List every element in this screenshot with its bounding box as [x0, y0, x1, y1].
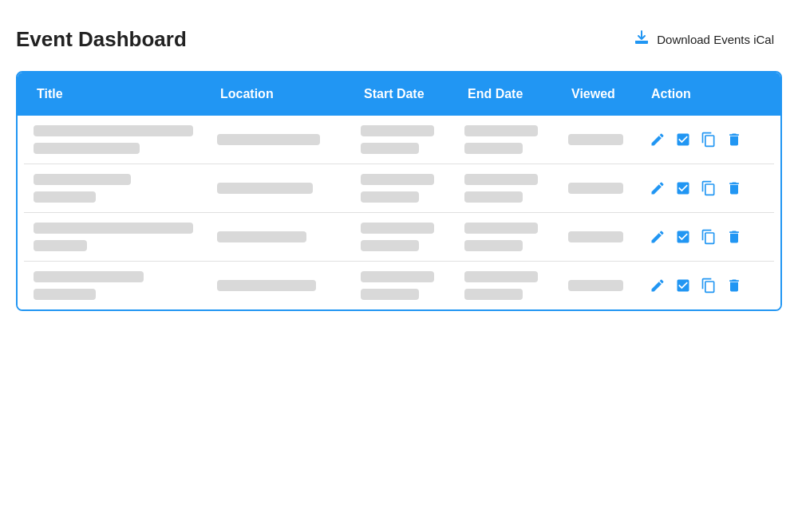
cell-location	[214, 280, 358, 291]
col-header-viewed: Viewed	[565, 73, 645, 116]
page-header: Event Dashboard Download Events iCal	[16, 24, 782, 55]
cell-action	[645, 227, 741, 246]
cell-viewed	[565, 183, 645, 194]
table-row	[24, 164, 774, 213]
col-header-action: Action	[645, 73, 741, 116]
cell-action	[645, 179, 741, 198]
cell-location	[214, 231, 358, 242]
cell-action	[645, 130, 741, 149]
download-button-label: Download Events iCal	[657, 33, 774, 46]
cell-end-date	[461, 174, 565, 203]
cell-title	[30, 271, 214, 300]
approve-button[interactable]	[674, 276, 693, 295]
cell-title	[30, 174, 214, 203]
cell-viewed	[565, 231, 645, 242]
approve-button[interactable]	[674, 179, 693, 198]
table-header: Title Location Start Date End Date Viewe…	[18, 73, 780, 116]
col-header-title: Title	[30, 73, 214, 116]
events-table: Title Location Start Date End Date Viewe…	[16, 71, 782, 311]
delete-button[interactable]	[725, 130, 744, 149]
approve-button[interactable]	[674, 130, 693, 149]
table-row	[24, 262, 774, 309]
cell-end-date	[461, 271, 565, 300]
delete-button[interactable]	[725, 276, 744, 295]
approve-button[interactable]	[674, 227, 693, 246]
copy-button[interactable]	[699, 179, 718, 198]
page-title: Event Dashboard	[16, 27, 187, 52]
cell-start-date	[358, 174, 461, 203]
cell-location	[214, 134, 358, 145]
cell-title	[30, 223, 214, 251]
table-row	[24, 213, 774, 262]
delete-button[interactable]	[725, 179, 744, 198]
cell-end-date	[461, 223, 565, 251]
cell-viewed	[565, 134, 645, 145]
edit-button[interactable]	[648, 130, 667, 149]
table-row	[24, 116, 774, 164]
edit-button[interactable]	[648, 227, 667, 246]
col-header-start-date: Start Date	[358, 73, 461, 116]
edit-button[interactable]	[648, 179, 667, 198]
copy-button[interactable]	[699, 130, 718, 149]
download-events-button[interactable]: Download Events iCal	[625, 24, 782, 55]
delete-button[interactable]	[725, 227, 744, 246]
cell-start-date	[358, 271, 461, 300]
download-icon	[633, 29, 650, 50]
edit-button[interactable]	[648, 276, 667, 295]
cell-start-date	[358, 125, 461, 154]
col-header-end-date: End Date	[461, 73, 565, 116]
cell-action	[645, 276, 741, 295]
copy-button[interactable]	[699, 227, 718, 246]
cell-title	[30, 125, 214, 154]
table-body	[18, 116, 780, 309]
col-header-location: Location	[214, 73, 358, 116]
cell-viewed	[565, 280, 645, 291]
cell-start-date	[358, 223, 461, 251]
cell-location	[214, 183, 358, 194]
page-container: Event Dashboard Download Events iCal Tit…	[0, 0, 798, 335]
cell-end-date	[461, 125, 565, 154]
copy-button[interactable]	[699, 276, 718, 295]
